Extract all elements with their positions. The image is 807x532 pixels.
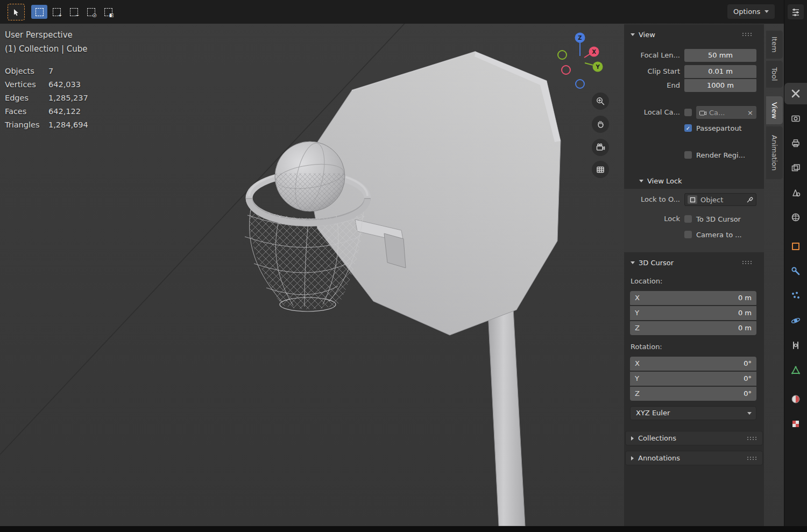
zoom-button[interactable] (592, 93, 609, 110)
panel-grip-icon[interactable] (742, 32, 752, 37)
panel-header-view[interactable]: View (631, 29, 758, 40)
panel-header-annotations[interactable]: Annotations (625, 451, 763, 465)
properties-tab-output[interactable] (784, 132, 807, 154)
projection-toggle-button[interactable] (592, 161, 609, 178)
properties-tab-world[interactable] (784, 207, 807, 228)
active-tool-button[interactable] (8, 4, 25, 20)
passepartout-checkbox[interactable]: ✓ (684, 124, 692, 132)
check-icon: ✓ (686, 125, 690, 131)
eyedropper-icon[interactable] (746, 196, 753, 203)
wrench-icon (790, 266, 801, 276)
panel-title: View Lock (647, 177, 682, 185)
clip-start-field[interactable]: 0.01 m (684, 65, 756, 78)
editor-type-button[interactable] (788, 4, 804, 19)
rotation-label: Rotation: (631, 343, 662, 351)
stat-row: Vertices642,033 (5, 78, 88, 91)
to-3d-cursor-label: To 3D Cursor (696, 214, 741, 225)
tab-item[interactable]: Item (766, 31, 783, 59)
lock-to-object-label: Lock to O... (624, 193, 680, 206)
cursor-rotation-y[interactable]: Y 0° (630, 372, 756, 386)
panel-title: Collections (638, 434, 676, 442)
tab-view[interactable]: View (766, 96, 783, 124)
panel-grip-icon[interactable] (747, 456, 757, 460)
focal-length-field[interactable]: 50 mm (684, 49, 756, 62)
panel-grip-icon[interactable] (747, 436, 757, 441)
local-camera-checkbox[interactable] (684, 109, 692, 116)
properties-tab-scene[interactable] (784, 182, 807, 203)
select-extend-icon: + (53, 8, 61, 16)
hand-icon (596, 119, 605, 129)
options-button[interactable]: Options (727, 4, 775, 19)
select-mode-extend[interactable]: + (48, 5, 65, 19)
cursor-rotation-z[interactable]: Z 0° (630, 387, 756, 401)
lock-label: Lock (624, 212, 680, 225)
gizmo-z-neg-axis[interactable] (576, 80, 584, 88)
select-mode-set[interactable] (31, 5, 47, 19)
select-invert-icon: ○ (87, 8, 95, 16)
properties-tab-modifiers[interactable] (784, 260, 807, 282)
stat-row: Objects7 (5, 65, 88, 78)
panel-expand-icon (639, 180, 643, 182)
properties-tab-tool[interactable] (784, 83, 807, 104)
breadcrumb: (1) Collection | Cube (5, 42, 88, 56)
globe-icon (790, 212, 801, 223)
properties-tab-view-layer[interactable] (784, 157, 807, 179)
camera-to-view-checkbox[interactable] (684, 231, 692, 238)
physics-orbit-icon (790, 315, 801, 326)
mesh-data-icon (790, 365, 801, 375)
cursor-location-y[interactable]: Y 0 m (630, 306, 756, 320)
passepartout-label: Passepartout (696, 123, 742, 134)
object-square-icon (790, 241, 801, 252)
select-subtract-icon: − (70, 8, 78, 16)
panel-header-view-lock[interactable]: View Lock (639, 175, 758, 187)
select-intersect-icon: ◧ (104, 8, 112, 16)
select-mode-invert[interactable]: ○ (83, 5, 99, 19)
clip-end-label: End (624, 79, 680, 92)
camera-data-icon (699, 110, 706, 116)
to-3d-cursor-checkbox[interactable] (684, 215, 692, 223)
panel-header-collections[interactable]: Collections (625, 431, 763, 445)
properties-tab-constraints[interactable] (784, 335, 807, 356)
blender-window: Z X Y + − ○ ◧ (0, 0, 807, 532)
properties-tab-physics[interactable] (784, 310, 807, 331)
cursor-rotation-x[interactable]: X 0° (630, 357, 756, 371)
gizmo-x-neg-axis[interactable] (562, 66, 570, 74)
view-perspective-label: User Perspective (5, 28, 88, 42)
properties-tab-texture[interactable] (784, 413, 807, 435)
lock-to-object-field[interactable]: Object (684, 193, 756, 206)
close-icon[interactable]: × (747, 109, 753, 117)
constraint-icon (790, 340, 801, 351)
pan-button[interactable] (592, 116, 609, 133)
select-mode-intersect[interactable]: ◧ (100, 5, 116, 19)
gizmo-y-neg-axis[interactable] (558, 51, 567, 59)
local-camera-field[interactable]: Ca... × (696, 106, 756, 119)
local-camera-label: Local Ca... (624, 106, 680, 119)
properties-tab-material[interactable] (784, 388, 807, 410)
camera-to-view-label: Camera to ... (696, 230, 742, 240)
clip-end-field[interactable]: 1000 m (684, 79, 756, 92)
scene-statistics: Objects7 Vertices642,033 Edges1,285,237 … (5, 65, 88, 132)
select-mode-group: + − ○ ◧ (31, 5, 116, 19)
particles-icon (790, 290, 801, 301)
checker-texture-icon (790, 418, 801, 429)
panel-grip-icon[interactable] (742, 260, 752, 265)
cursor-location-z[interactable]: Z 0 m (630, 321, 756, 335)
cursor-location-x[interactable]: X 0 m (630, 291, 756, 305)
stat-row: Triangles1,284,694 (5, 118, 88, 132)
properties-tab-object[interactable] (784, 236, 807, 257)
panel-collapsed-icon (631, 436, 634, 441)
properties-tab-particles[interactable] (784, 285, 807, 307)
properties-tab-render[interactable] (784, 108, 807, 129)
properties-tab-object-data[interactable] (784, 359, 807, 381)
gizmo-y-label: Y (595, 64, 600, 70)
rotation-mode-dropdown[interactable]: XYZ Euler (630, 406, 756, 420)
panel-header-3d-cursor[interactable]: 3D Cursor (631, 257, 758, 268)
select-mode-subtract[interactable]: − (66, 5, 82, 19)
tab-animation[interactable]: Animation (766, 126, 783, 179)
stacked-images-icon (790, 162, 801, 173)
render-region-checkbox[interactable] (684, 151, 692, 159)
location-label: Location: (631, 277, 662, 285)
camera-view-button[interactable] (592, 139, 609, 156)
tab-tool[interactable]: Tool (766, 61, 783, 88)
status-bar (0, 526, 807, 532)
